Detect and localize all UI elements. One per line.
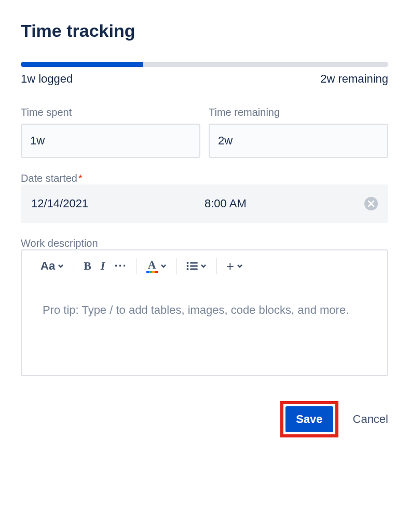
chevron-down-icon [200, 262, 207, 270]
svg-point-4 [186, 268, 188, 270]
italic-button[interactable]: I [101, 259, 105, 273]
chevron-down-icon [236, 262, 243, 270]
progress-bar [21, 62, 388, 67]
more-formatting-button[interactable]: ··· [114, 259, 127, 273]
chevron-down-icon [57, 262, 64, 270]
svg-point-2 [186, 265, 188, 267]
svg-rect-3 [190, 265, 198, 267]
work-description-label: Work description [21, 237, 98, 249]
time-remaining-input[interactable] [209, 124, 388, 158]
date-started-date[interactable]: 12/14/2021 [31, 197, 204, 210]
progress-fill [21, 62, 143, 67]
date-started-time[interactable]: 8:00 AM [204, 197, 364, 210]
date-started-label: Date started* [21, 172, 83, 184]
save-button[interactable]: Save [285, 406, 333, 432]
time-remaining-label: Time remaining [209, 107, 388, 118]
svg-rect-1 [190, 262, 198, 264]
list-button[interactable] [186, 261, 207, 271]
progress-logged-label: 1w logged [21, 72, 73, 86]
svg-rect-5 [190, 269, 198, 270]
required-marker: * [78, 172, 83, 184]
bold-button[interactable]: B [84, 259, 91, 273]
clear-date-icon[interactable] [364, 197, 378, 210]
chevron-down-icon [160, 262, 167, 270]
editor-placeholder: Pro tip: Type / to add tables, images, c… [43, 300, 366, 320]
svg-point-0 [186, 262, 188, 264]
list-icon [186, 261, 198, 271]
time-spent-label: Time spent [21, 107, 200, 118]
insert-button[interactable]: + [226, 259, 243, 273]
work-description-editor: Aa B I ··· A [21, 249, 388, 376]
editor-toolbar: Aa B I ··· A [22, 250, 387, 282]
cancel-button[interactable]: Cancel [353, 413, 388, 426]
text-style-button[interactable]: Aa [40, 259, 64, 273]
editor-content[interactable]: Pro tip: Type / to add tables, images, c… [22, 282, 387, 375]
dialog-title: Time tracking [21, 21, 388, 41]
time-spent-input[interactable] [21, 124, 200, 158]
date-started-field[interactable]: 12/14/2021 8:00 AM [21, 184, 388, 223]
save-highlight-box: Save [280, 401, 338, 437]
text-color-button[interactable]: A [146, 259, 167, 273]
progress-remaining-label: 2w remaining [320, 72, 388, 86]
